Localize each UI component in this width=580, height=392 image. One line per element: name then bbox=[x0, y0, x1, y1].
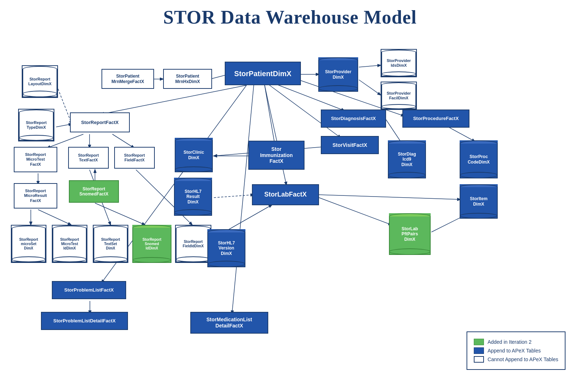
svg-line-13 bbox=[265, 85, 286, 185]
stor-patient-mrn-hx-dim-x: StorPatientMrnHxDimX bbox=[163, 69, 212, 89]
legend: Added in Iteration 2 Append to APeX Tabl… bbox=[467, 331, 566, 370]
stor-problem-list-detail-fact-x: StorProblemListDetailFactX bbox=[41, 312, 128, 330]
legend-item-white: Cannot Append to APeX Tables bbox=[474, 356, 558, 363]
svg-line-12 bbox=[265, 85, 276, 149]
stor-immunization-fact-x: StorImmunizationFactX bbox=[248, 141, 304, 170]
legend-blue-box bbox=[474, 347, 484, 354]
stor-report-snomed-id-dim-x: StorReportSnomedIdDimX bbox=[132, 225, 171, 263]
legend-blue-label: Append to APeX Tables bbox=[488, 348, 541, 354]
svg-line-32 bbox=[101, 85, 246, 114]
stor-hl7-result-dim-x: StorHL7ResultDimX bbox=[174, 178, 212, 216]
svg-line-23 bbox=[95, 203, 145, 225]
diagram-area: StorReportLayoutDimX StorPatientMrnMerge… bbox=[0, 29, 580, 392]
stor-clinic-dim-x: StorClinicDimX bbox=[175, 138, 213, 172]
stor-problem-list-fact-x: StorProblemListFactX bbox=[52, 281, 126, 299]
stor-proc-code-dim-x: StorProcCodeDimX bbox=[460, 140, 498, 178]
stor-lab-pft-pairs-dim-x: StorLabPftPairsDimX bbox=[389, 213, 431, 255]
stor-report-text-set-dim-x: StorReportTextSetDimX bbox=[93, 225, 128, 263]
stor-lab-fact-x: StorLabFactX bbox=[252, 184, 319, 205]
stor-report-fact-x: StorReportFactX bbox=[70, 112, 130, 132]
svg-line-6 bbox=[56, 124, 72, 127]
stor-report-snomed-fact-x: StorReportSnomedFactX bbox=[69, 180, 119, 203]
svg-line-15 bbox=[232, 85, 254, 314]
svg-line-29 bbox=[319, 198, 392, 225]
stor-hl7-version-dim-x: StorHL7VersionDimX bbox=[207, 229, 245, 267]
stor-provider-facil-dim-x: StorProviderFacilDimX bbox=[381, 82, 417, 110]
stor-report-field-fact-x: StorReportFieldFactX bbox=[114, 147, 155, 169]
legend-white-label: Cannot Append to APeX Tables bbox=[488, 356, 558, 362]
stor-visit-fact-x: StorVisitFactX bbox=[321, 136, 379, 154]
stor-report-type-dim-x: StorReportTypeDimX bbox=[18, 109, 54, 141]
svg-line-27 bbox=[227, 205, 272, 230]
svg-line-26 bbox=[214, 195, 254, 198]
legend-green-label: Added in Iteration 2 bbox=[488, 339, 531, 345]
legend-white-box bbox=[474, 356, 484, 363]
stor-report-micro-result-fact-x: StorReportMicroResultFactX bbox=[14, 183, 57, 209]
stor-patient-dim-x: StorPatientDimX bbox=[225, 62, 301, 85]
stor-report-micro-test-id-dim-x: StorReportMicroTestIdDimX bbox=[52, 225, 87, 263]
stor-report-micro-test-fact-x: StorReportMicroTestFactX bbox=[14, 147, 57, 172]
legend-green-box bbox=[474, 339, 484, 345]
svg-line-22 bbox=[38, 210, 71, 225]
legend-item-green: Added in Iteration 2 bbox=[474, 339, 558, 345]
stor-report-layout-dim-x: StorReportLayoutDimX bbox=[22, 65, 58, 98]
stor-medication-list-detail-fact-x: StorMedicationListDetailFactX bbox=[190, 312, 268, 334]
svg-line-4 bbox=[359, 80, 381, 95]
stor-item-dim-x: StorItemDimX bbox=[460, 184, 498, 219]
stor-provider-dim-x: StorProviderDimX bbox=[318, 57, 358, 92]
svg-line-28 bbox=[319, 195, 460, 199]
stor-report-field-id-dim-x: StorReportFieldIdDimX bbox=[175, 225, 211, 263]
svg-line-3 bbox=[359, 65, 381, 67]
legend-item-blue: Append to APeX Tables bbox=[474, 347, 558, 354]
stor-procedure-fact-x: StorProcedureFactX bbox=[402, 110, 469, 128]
stor-provider-ids-dim-x: StorProviderIdsDimX bbox=[381, 49, 417, 77]
stor-report-text-fact-x: StorReportTextFactX bbox=[68, 147, 109, 169]
svg-line-9 bbox=[112, 134, 134, 148]
stor-patient-mrn-merge-fact-x: StorPatientMrnMergeFactX bbox=[102, 69, 154, 89]
page-title: STOR Data Warehouse Model bbox=[0, 0, 580, 28]
stor-diagnosis-fact-x: StorDiagnosisFactX bbox=[321, 110, 386, 128]
stor-report-micro-set-dim-x: StorReportmicroSetDimX bbox=[11, 225, 46, 263]
stor-diag-icd9-dim-x: StorDiagIcd9DimX bbox=[388, 140, 426, 178]
